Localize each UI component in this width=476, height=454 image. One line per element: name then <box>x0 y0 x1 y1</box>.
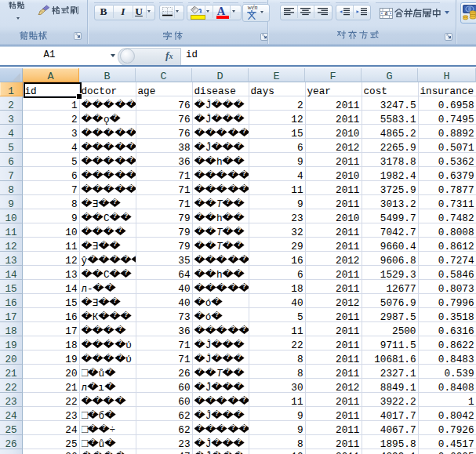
svg-text:a: a <box>384 9 387 16</box>
